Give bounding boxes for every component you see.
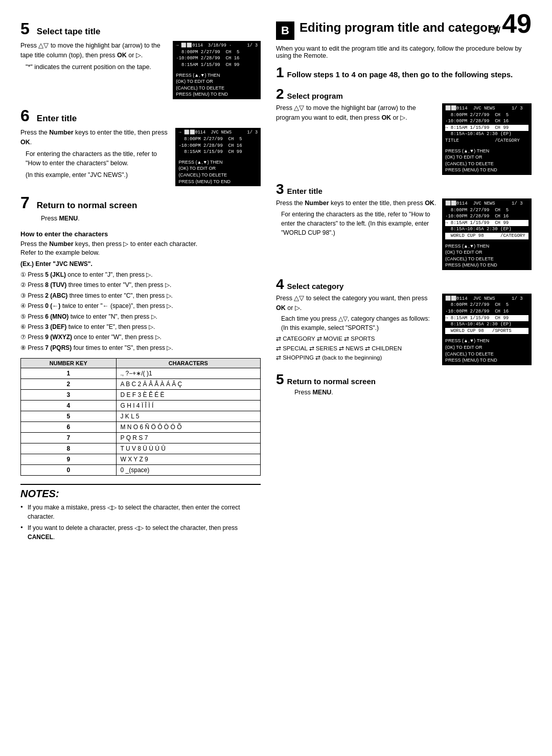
table-cell: W X Y Z 9 (116, 454, 260, 465)
step-4-screen-box: ⬜⬜0114 JVC NEWS 1/ 3 8:00PM 2/27/99 CH 5… (442, 294, 532, 337)
step-5-title: Select tape title (37, 27, 101, 37)
cat-row: ⇄ SHOPPING ⇄ (back to the beginning) (276, 353, 437, 362)
step-5-screen: → ⬜⬜0114 3/18/99 · 1/ 3 8:00PM 2/27/99 C… (173, 41, 261, 99)
instr-line: (OK) TO EDIT OR (445, 344, 528, 351)
right-step-2-inner: Press △▽ to move the highlight bar (arro… (276, 103, 532, 175)
screen-row: ·10:00PM 2/28/99 CH 16 (445, 308, 528, 315)
screen-row: ⬜⬜0114 JVC NEWS 1/ 3 (445, 201, 528, 207)
instr-line: (CANCEL) TO DELETE (176, 85, 258, 92)
screen-row: 8:15AM 1/15/99 CH 99 (178, 149, 258, 155)
screen-row: ·10:00PM 2/28/99 CH 16 (178, 143, 258, 149)
list-item: ⑦ Press 9 (WXYZ) once to enter "W", then… (20, 332, 261, 342)
table-row: 7P Q R S 7 (21, 433, 261, 443)
table-row: 3D E F 3 È Ê É Ë (21, 390, 261, 401)
right-step-3-content: Press the Number keys to enter the title… (276, 198, 437, 239)
how-to-title: How to enter the characters (20, 230, 261, 238)
instr-line: (OK) TO EDIT OR (445, 249, 528, 256)
table-row: 9W X Y Z 9 (21, 454, 261, 465)
right-step-5-title: Return to normal screen (287, 377, 376, 386)
instr-line: (OK) TO EDIT OR (445, 154, 528, 161)
table-cell: T U V 8 Ü Ù Ú Û (116, 443, 260, 454)
step-5-screen-box: → ⬜⬜0114 3/18/99 · 1/ 3 8:00PM 2/27/99 C… (173, 41, 261, 71)
right-step-4-block: 4 Select category Press △▽ to select the… (276, 277, 532, 365)
right-step-3-title: Enter title (287, 187, 323, 195)
instr-line: (OK) TO EDIT OR (176, 78, 258, 85)
step-6-content: Press the Number keys to enter the title… (20, 128, 169, 182)
screen-row: ·10:00PM 2/28/99 CH 16 (176, 55, 258, 62)
right-step-4-title: Select category (287, 282, 344, 291)
instr-line: PRESS (MENU) TO END (445, 262, 528, 269)
step-2-screen-box: ⬜⬜0114 JVC NEWS 1/ 3 8:00PM 2/27/99 CH 5… (442, 103, 532, 146)
table-col-header: NUMBER KEY (21, 359, 117, 368)
step-6-title: Enter title (37, 114, 77, 124)
table-cell: G H I 4 Ï Î Ì Í (116, 401, 260, 411)
en-label: EN (489, 26, 500, 34)
step-2-screen-instructions: PRESS (▲,▼) THEN (OK) TO EDIT OR (CANCEL… (442, 146, 532, 175)
step-7-number: 7 (20, 194, 30, 211)
screen-row: 8:00PM 2/27/99 CH 5 (445, 112, 528, 119)
table-cell: 4 (21, 401, 117, 411)
category-list: ⇄ CATEGORY ⇄ MOVIE ⇄ SPORTS ⇄ SPECIAL ⇄ … (276, 334, 437, 362)
screen-row: 8:00PM 2/27/99 CH 5 (445, 302, 528, 308)
step-4-screen-instructions: PRESS (▲,▼) THEN (OK) TO EDIT OR (CANCEL… (442, 336, 532, 365)
step-7-block: 7 Return to normal screen Press MENU. (20, 194, 261, 222)
table-row: 8T U V 8 Ü Ù Ú Û (21, 443, 261, 454)
table-cell: A B C 2 Ä Â Å À Á Ã Ç (116, 379, 260, 390)
right-step-2-number: 2 (276, 87, 284, 101)
how-to-steps-list: ① Press 5 (JKL) once to enter "J", then … (20, 270, 261, 353)
table-row: 00 _(space) (21, 465, 261, 476)
step-6-block: 6 Enter title Press the Number keys to e… (20, 107, 261, 186)
table-col-header: CHARACTERS (116, 359, 260, 368)
how-to-ex-title: (Ex.) Enter "JVC NEWS". (20, 260, 261, 268)
cat-row: ⇄ SPECIAL ⇄ SERIES ⇄ NEWS ⇄ CHILDREN (276, 344, 437, 353)
table-cell: 2 (21, 379, 117, 390)
step-5-bullet: "*" indicates the current position on th… (26, 62, 167, 72)
table-cell: 6 (21, 422, 117, 433)
list-item: ⑤ Press 6 (MNO) twice to enter "N", then… (20, 312, 261, 322)
page-num: 49 (502, 9, 532, 38)
step-3-body: Press the Number keys to enter the title… (276, 198, 437, 208)
right-step-5-number: 5 (276, 372, 284, 387)
right-step-2-title: Select program (287, 92, 343, 100)
table-body: 1., ?−+∗/( )12A B C 2 Ä Â Å À Á Ã Ç3D E … (21, 368, 261, 476)
screen-row: ·10:00PM 2/28/99 CH 16 (445, 213, 528, 220)
table-cell: 8 (21, 443, 117, 454)
step-4-body: Press △▽ to select the category you want… (276, 294, 437, 313)
list-item: If you make a mistake, press ◁▷ to selec… (20, 503, 261, 521)
step-6-screen-instructions: PRESS (▲,▼) THEN (OK) TO EDIT OR (CANCEL… (175, 158, 261, 186)
screen-row-highlighted: WORLD CUP 98 /CATEGORY (445, 233, 528, 239)
screen-row: TITLE /CATEGORY (445, 138, 528, 144)
list-item: ⑧ Press 7 (PQRS) four times to enter "S"… (20, 343, 261, 353)
screen-row-highlighted: → 8:15AM 1/15/99 CH 99 (445, 220, 528, 227)
instr-line: (OK) TO EDIT OR (178, 165, 258, 172)
right-step-5-block: 5 Return to normal screen Press MENU. (276, 372, 532, 396)
step-2-body: Press △▽ to move the highlight bar (arro… (276, 103, 437, 123)
screen-row: 8:15A→10:45A 2:30 (EP) (445, 131, 528, 138)
step-6-screen-box: → ⬜⬜0114 JVC NEWS 1/ 3 8:00PM 2/27/99 CH… (175, 128, 261, 158)
right-step-2-block: 2 Select program Press △▽ to move the hi… (276, 87, 532, 175)
right-step-3-inner: Press the Number keys to enter the title… (276, 198, 532, 270)
step-6-screen: → ⬜⬜0114 JVC NEWS 1/ 3 8:00PM 2/27/99 CH… (175, 128, 261, 186)
cat-row: ⇄ CATEGORY ⇄ MOVIE ⇄ SPORTS (276, 334, 437, 343)
instr-line: (CANCEL) TO DELETE (445, 351, 528, 358)
table-cell: 7 (21, 433, 117, 443)
instr-line: (CANCEL) TO DELETE (445, 256, 528, 262)
step-7-title: Return to normal screen (37, 201, 137, 211)
right-step-4-screen: ⬜⬜0114 JVC NEWS 1/ 3 8:00PM 2/27/99 CH 5… (442, 294, 532, 365)
right-step-4-content: Press △▽ to select the category you want… (276, 294, 437, 363)
step-3-bullet: For entering the characters as the title… (281, 210, 437, 237)
table-row: 5J K L 5 (21, 411, 261, 422)
list-item: If you want to delete a character, press… (20, 523, 261, 542)
right-step-1-title: Follow steps 1 to 4 on page 48, then go … (287, 70, 513, 79)
notes-title: NOTES: (20, 488, 261, 500)
instr-line: PRESS (▲,▼) THEN (445, 338, 528, 344)
table-cell: J K L 5 (116, 411, 260, 422)
instr-line: PRESS (MENU) TO END (445, 357, 528, 364)
right-step-3-header: 3 Enter title (276, 182, 532, 196)
right-step-3-number: 3 (276, 182, 284, 196)
step-5-screen-instructions: PRESS (▲,▼) THEN (OK) TO EDIT OR (CANCEL… (173, 71, 261, 99)
screen-row: 8:15A→10:45A 2:30 (EP) (445, 321, 528, 328)
section-b-letter: B (276, 21, 294, 40)
table-row: 4G H I 4 Ï Î Ì Í (21, 401, 261, 411)
right-step-1-block: 1 Follow steps 1 to 4 on page 48, then g… (276, 65, 532, 80)
